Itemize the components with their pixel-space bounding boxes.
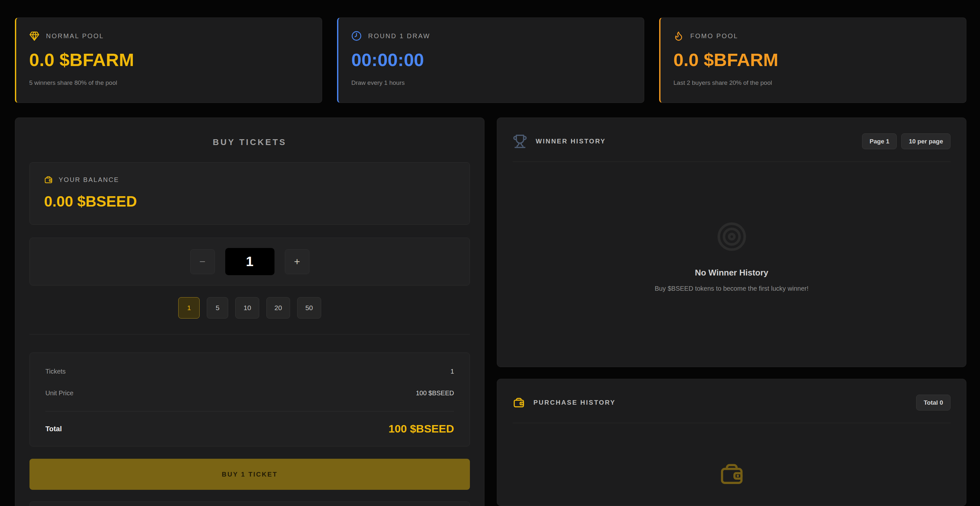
round-draw-label: ROUND 1 DRAW (368, 32, 430, 40)
quick-select-row: 1 5 10 20 50 (30, 297, 470, 319)
per-page-badge[interactable]: 10 per page (901, 133, 950, 149)
round-draw-card: ROUND 1 DRAW 00:00:00 Draw every 1 hours (337, 17, 644, 103)
round-draw-header: ROUND 1 DRAW (351, 31, 631, 41)
flame-icon (673, 31, 684, 41)
unit-price-value: 100 $BSEED (416, 389, 454, 397)
round-draw-timer: 00:00:00 (351, 51, 631, 69)
quick-select-10[interactable]: 10 (235, 297, 259, 319)
page-badge[interactable]: Page 1 (862, 133, 897, 149)
winner-empty-state: No Winner History Buy $BSEED tokens to b… (513, 162, 950, 351)
winner-empty-subtitle: Buy $BSEED tokens to become the first lu… (655, 285, 808, 292)
balance-label: YOUR BALANCE (59, 176, 119, 184)
tickets-value: 1 (450, 368, 454, 375)
total-count-badge: Total 0 (916, 395, 950, 411)
quick-select-5[interactable]: 5 (207, 297, 228, 319)
buy-section-divider (30, 334, 470, 335)
balance-header: YOUR BALANCE (44, 176, 455, 184)
buy-ticket-button[interactable]: BUY 1 TICKET (30, 459, 470, 490)
purchase-empty-state (513, 423, 950, 487)
purchase-history-header: PURCHASE HISTORY Total 0 (513, 395, 950, 411)
purchase-history-title: PURCHASE HISTORY (533, 399, 616, 406)
winner-history-controls: Page 1 10 per page (862, 133, 950, 149)
purchase-history-controls: Total 0 (916, 395, 950, 411)
unit-price-row: Unit Price 100 $BSEED (45, 389, 454, 397)
quick-select-50[interactable]: 50 (297, 297, 321, 319)
quantity-stepper: − 1 + (30, 238, 470, 286)
pool-stats-row: NORMAL POOL 0.0 $BFARM 5 winners share 8… (15, 17, 966, 103)
clock-icon (351, 31, 362, 41)
lottery-page: NORMAL POOL 0.0 $BFARM 5 winners share 8… (0, 0, 980, 506)
wallet-empty-icon (719, 461, 745, 487)
purchase-history-panel: PURCHASE HISTORY Total 0 (497, 379, 966, 506)
wallet-icon (513, 397, 525, 409)
fomo-pool-value: 0.0 $BFARM (673, 51, 953, 69)
trophy-icon (513, 134, 527, 149)
increase-quantity-button[interactable]: + (285, 249, 310, 274)
quick-select-20[interactable]: 20 (266, 297, 290, 319)
normal-pool-label: NORMAL POOL (46, 32, 104, 40)
normal-pool-header: NORMAL POOL (29, 31, 309, 41)
next-section-card (30, 501, 470, 506)
wallet-icon (44, 176, 53, 184)
winner-history-header: WINNER HISTORY Page 1 10 per page (513, 133, 950, 149)
balance-value: 0.00 $BSEED (44, 194, 455, 209)
summary-divider (45, 411, 454, 411)
normal-pool-value: 0.0 $BFARM (29, 51, 309, 69)
total-row: Total 100 $BSEED (45, 422, 454, 435)
order-summary-card: Tickets 1 Unit Price 100 $BSEED Total 10… (30, 352, 470, 446)
buy-tickets-title: BUY TICKETS (30, 137, 470, 147)
target-icon (716, 221, 747, 252)
gem-icon (29, 31, 40, 41)
decrease-quantity-button[interactable]: − (190, 249, 215, 274)
normal-pool-desc: 5 winners share 80% of the pool (29, 79, 309, 86)
quick-select-1[interactable]: 1 (178, 297, 200, 319)
balance-card: YOUR BALANCE 0.00 $BSEED (30, 162, 470, 225)
normal-pool-card: NORMAL POOL 0.0 $BFARM 5 winners share 8… (15, 17, 322, 103)
fomo-pool-card: FOMO POOL 0.0 $BFARM Last 2 buyers share… (659, 17, 966, 103)
unit-price-label: Unit Price (45, 389, 73, 397)
fomo-pool-header: FOMO POOL (673, 31, 953, 41)
total-label: Total (45, 425, 62, 433)
buy-tickets-panel: BUY TICKETS YOUR BALANCE 0.00 $BSEED (15, 117, 485, 506)
winner-empty-title: No Winner History (695, 268, 768, 278)
tickets-label: Tickets (45, 368, 66, 375)
total-value: 100 $BSEED (388, 422, 454, 435)
winner-history-panel: WINNER HISTORY Page 1 10 per page No Win… (497, 117, 966, 367)
fomo-pool-desc: Last 2 buyers share 20% of the pool (673, 79, 953, 86)
quantity-value: 1 (225, 248, 275, 275)
tickets-row: Tickets 1 (45, 368, 454, 375)
winner-history-title: WINNER HISTORY (536, 138, 606, 145)
fomo-pool-label: FOMO POOL (690, 32, 738, 40)
round-draw-desc: Draw every 1 hours (351, 79, 631, 86)
